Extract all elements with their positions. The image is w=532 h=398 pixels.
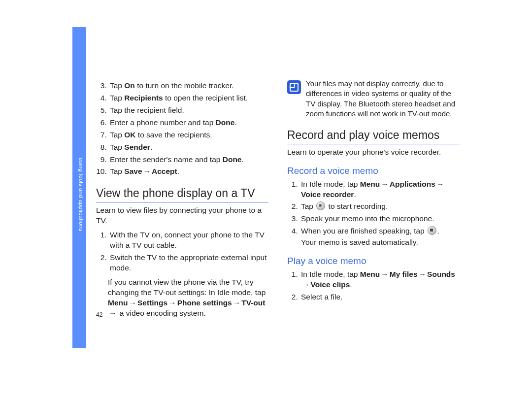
- play-step-1: In Idle mode, tap Menu→My files→Sounds→V…: [300, 269, 460, 290]
- step-3: Tap On to turn on the mobile tracker.: [109, 81, 268, 91]
- step-5: Tap the recipient field.: [109, 105, 268, 116]
- tv-step-2: Switch the TV to the appropriate externa…: [109, 253, 268, 273]
- record-step-3: Speak your memo into the microphone.: [300, 214, 460, 224]
- left-column: Tap On to turn on the mobile tracker. Ta…: [96, 79, 268, 321]
- step-4: Tap Recipients to open the recipient lis…: [109, 93, 268, 103]
- page-number: 42: [96, 311, 102, 318]
- record-button-icon: [316, 201, 325, 210]
- step-6: Enter a phone number and tap Done.: [109, 118, 268, 128]
- play-step-2: Select a file.: [300, 292, 460, 302]
- note-text: Your files may not display correctly, du…: [306, 79, 460, 119]
- heading-voice-memos: Record and play voice memos: [287, 128, 460, 144]
- intro-voice: Learn to operate your phone's voice reco…: [287, 147, 460, 158]
- step-10: Tap Save→Accept.: [109, 166, 268, 177]
- heading-view-tv: View the phone display on a TV: [96, 186, 268, 202]
- note-icon: [287, 80, 301, 94]
- record-step-1: In Idle mode, tap Menu→Applications→Voic…: [300, 179, 460, 200]
- step-7: Tap OK to save the recipients.: [109, 130, 268, 140]
- tv-steps: With the TV on, connect your phone to th…: [96, 230, 268, 273]
- tv-step-1: With the TV on, connect your phone to th…: [109, 230, 268, 251]
- note-box: Your files may not display correctly, du…: [287, 79, 460, 119]
- step-8: Tap Sender.: [109, 142, 268, 153]
- right-column: Your files may not display correctly, du…: [287, 79, 460, 321]
- record-steps: In Idle mode, tap Menu→Applications→Voic…: [287, 179, 460, 248]
- record-step-4-sub: Your memo is saved automatically.: [301, 237, 460, 248]
- section-tab-label: using tools and applications: [74, 158, 84, 232]
- tv-note: If you cannot view the phone via the TV,…: [108, 277, 268, 319]
- record-step-2: Tap to start recording.: [300, 201, 460, 212]
- intro-view-tv: Learn to view files by connecting your p…: [96, 205, 268, 226]
- subheading-play: Play a voice memo: [287, 255, 460, 267]
- manual-page: using tools and applications Tap On to t…: [0, 0, 532, 398]
- subheading-record: Record a voice memo: [287, 165, 460, 177]
- record-step-4: When you are finished speaking, tap . Yo…: [300, 226, 460, 248]
- content-columns: Tap On to turn on the mobile tracker. Ta…: [96, 79, 470, 321]
- step-9: Enter the sender's name and tap Done.: [109, 155, 268, 165]
- stop-button-icon: [428, 226, 436, 235]
- play-steps: In Idle mode, tap Menu→My files→Sounds→V…: [287, 269, 460, 302]
- mobile-tracker-steps: Tap On to turn on the mobile tracker. Ta…: [96, 81, 268, 177]
